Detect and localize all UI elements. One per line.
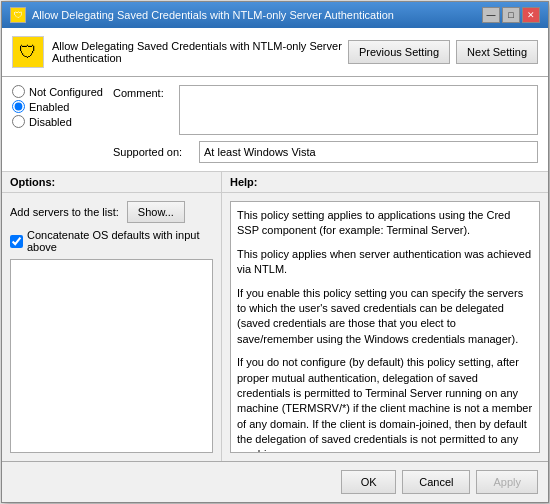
header-section: 🛡 Allow Delegating Saved Credentials wit… xyxy=(2,28,548,77)
not-configured-label: Not Configured xyxy=(29,86,103,98)
show-button[interactable]: Show... xyxy=(127,201,185,223)
supported-on-label: Supported on: xyxy=(113,146,193,158)
comment-label: Comment: xyxy=(113,87,173,99)
help-para-3: If you enable this policy setting you ca… xyxy=(237,286,533,348)
apply-button[interactable]: Apply xyxy=(476,470,538,494)
maximize-button[interactable]: □ xyxy=(502,7,520,23)
left-panel: Add servers to the list: Show... Concate… xyxy=(2,193,222,461)
radio-disabled: Disabled xyxy=(12,115,103,128)
close-button[interactable]: ✕ xyxy=(522,7,540,23)
header-title-row: 🛡 Allow Delegating Saved Credentials wit… xyxy=(12,36,348,68)
window-icon: 🛡 xyxy=(10,7,26,23)
radio-not-configured: Not Configured xyxy=(12,85,103,98)
main-window: 🛡 Allow Delegating Saved Credentials wit… xyxy=(1,1,549,503)
radio-group: Not Configured Enabled Disabled xyxy=(12,85,103,157)
help-para-4: If you do not configure (by default) thi… xyxy=(237,355,533,453)
minimize-button[interactable]: — xyxy=(482,7,500,23)
header-title: Allow Delegating Saved Credentials with … xyxy=(52,40,348,64)
enabled-label: Enabled xyxy=(29,101,69,113)
title-controls: — □ ✕ xyxy=(482,7,540,23)
right-panel: This policy setting applies to applicati… xyxy=(222,193,548,461)
help-para-1: This policy setting applies to applicati… xyxy=(237,208,533,239)
servers-list-box[interactable] xyxy=(10,259,213,453)
bottom-section: Add servers to the list: Show... Concate… xyxy=(2,193,548,461)
header-buttons: Previous Setting Next Setting xyxy=(348,40,538,64)
header-icon: 🛡 xyxy=(12,36,44,68)
supported-on-value: At least Windows Vista xyxy=(199,141,538,163)
help-text-area[interactable]: This policy setting applies to applicati… xyxy=(230,201,540,453)
cancel-button[interactable]: Cancel xyxy=(402,470,470,494)
concatenate-row: Concatenate OS defaults with input above xyxy=(10,229,213,253)
comment-section: Comment: Supported on: At least Windows … xyxy=(113,85,538,163)
comment-row: Comment: xyxy=(113,85,538,135)
disabled-radio[interactable] xyxy=(12,115,25,128)
add-servers-row: Add servers to the list: Show... xyxy=(10,201,213,223)
not-configured-radio[interactable] xyxy=(12,85,25,98)
concatenate-label: Concatenate OS defaults with input above xyxy=(27,229,213,253)
add-servers-label: Add servers to the list: xyxy=(10,206,119,218)
enabled-radio[interactable] xyxy=(12,100,25,113)
comment-textarea[interactable] xyxy=(179,85,538,135)
concatenate-checkbox[interactable] xyxy=(10,235,23,248)
section-labels-row: Options: Help: xyxy=(2,172,548,193)
footer: OK Cancel Apply xyxy=(2,461,548,502)
help-para-2: This policy applies when server authenti… xyxy=(237,247,533,278)
radio-enabled: Enabled xyxy=(12,100,103,113)
options-section-label: Options: xyxy=(2,172,222,192)
supported-row: Supported on: At least Windows Vista xyxy=(113,141,538,163)
ok-button[interactable]: OK xyxy=(341,470,396,494)
middle-section: Not Configured Enabled Disabled Comment: xyxy=(2,77,548,172)
title-bar-left: 🛡 Allow Delegating Saved Credentials wit… xyxy=(10,7,394,23)
disabled-label: Disabled xyxy=(29,116,72,128)
title-bar: 🛡 Allow Delegating Saved Credentials wit… xyxy=(2,2,548,28)
previous-setting-button[interactable]: Previous Setting xyxy=(348,40,450,64)
next-setting-button[interactable]: Next Setting xyxy=(456,40,538,64)
window-title: Allow Delegating Saved Credentials with … xyxy=(32,9,394,21)
help-section-label: Help: xyxy=(222,172,548,192)
